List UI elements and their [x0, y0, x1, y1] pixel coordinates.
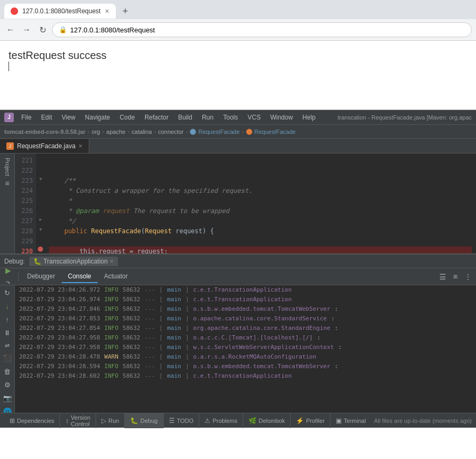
- code-line-222: [49, 166, 472, 176]
- wrap-icon[interactable]: ⇌: [3, 341, 11, 351]
- status-debug[interactable]: 🐛 Debug: [125, 413, 163, 428]
- debug-label: Debug:: [4, 258, 25, 265]
- editor-tab-requestfacade[interactable]: J RequestFacade.java ×: [0, 139, 89, 153]
- status-tab-run-label: Run: [108, 418, 119, 424]
- debug-session-tab[interactable]: 🐛 TranscationApplication ×: [29, 257, 118, 266]
- breadcrumb-class1[interactable]: RequestFacade: [198, 129, 240, 135]
- status-dependencies[interactable]: ⊞ Dependencies: [4, 413, 60, 428]
- more-tool[interactable]: ⋮: [462, 271, 474, 283]
- todo-icon: ☰: [169, 417, 175, 424]
- menu-tools[interactable]: Tools: [219, 113, 242, 122]
- menu-help[interactable]: Help: [298, 113, 320, 122]
- new-tab-button[interactable]: +: [118, 4, 133, 19]
- editor-tab-close[interactable]: ×: [79, 142, 82, 150]
- split-tool[interactable]: ⊞: [449, 271, 461, 283]
- menu-build[interactable]: Build: [174, 113, 197, 122]
- status-tab-dependencies-label: Dependencies: [17, 418, 54, 424]
- code-line-223: /**: [49, 176, 472, 186]
- code-editor[interactable]: 221 222 223 224 225 226 227 228 229 230 …: [15, 154, 476, 253]
- line-numbers: 221 222 223 224 225 226 227 228 229 230 …: [15, 154, 36, 253]
- browser-content: testRequest success: [0, 41, 476, 110]
- reload-button[interactable]: ↻: [36, 23, 49, 36]
- menu-run[interactable]: Run: [198, 113, 218, 122]
- console-tab[interactable]: Console: [62, 270, 98, 283]
- debug-session-close[interactable]: ×: [110, 258, 114, 265]
- status-tab-problems-label: Problems: [212, 418, 237, 424]
- web-icon[interactable]: 🌐: [2, 406, 13, 413]
- text-cursor: [8, 62, 9, 71]
- status-terminal[interactable]: ▣ Terminal: [330, 413, 366, 428]
- browser-tab[interactable]: 127.0.0.1:8080/testRequest ×: [4, 4, 116, 19]
- status-todo[interactable]: ☰ TODO: [164, 413, 200, 428]
- tab-bar: 127.0.0.1:8080/testRequest × +: [0, 0, 476, 19]
- editor-left-sidebar: Project ≡: [0, 154, 15, 253]
- project-sidebar-icon[interactable]: Project: [2, 156, 13, 178]
- menu-file[interactable]: File: [17, 113, 36, 122]
- log-line-9: 2022-07-29 23:04:28.602 INFO 58632 --- […: [15, 371, 476, 381]
- address-input[interactable]: 🔒 127.0.0.1:8080/testRequest: [52, 22, 472, 37]
- resume-button[interactable]: ▶: [2, 265, 14, 276]
- breadcrumb-connector[interactable]: connector: [158, 129, 183, 135]
- debug-session-icon: 🐛: [33, 258, 41, 265]
- log-line-1: 2022-07-29 23:04:26.974 INFO 58632 --- […: [15, 295, 476, 304]
- console-log-lines: 2022-07-29 23:04:26.972 INFO 58632 --- […: [15, 285, 476, 413]
- structure-icon[interactable]: ≡: [5, 179, 9, 188]
- status-run[interactable]: ▷ Run: [96, 413, 125, 428]
- reload-console-icon[interactable]: ↻: [3, 287, 12, 299]
- menu-refactor[interactable]: Refactor: [140, 113, 173, 122]
- debug-right-tools: ☰ ⊞ ⋮: [437, 271, 474, 283]
- code-line-228: public RequestFacade(Request request) {: [49, 226, 472, 236]
- debug-panel: Debug: 🐛 TranscationApplication × ▶ ↷ De…: [0, 253, 476, 413]
- forward-button[interactable]: →: [20, 23, 33, 36]
- code-line-229: [49, 236, 472, 246]
- code-text[interactable]: /** * Construct a wrapper for the specif…: [45, 154, 476, 253]
- camera-icon[interactable]: 📷: [2, 393, 13, 404]
- status-profiler[interactable]: ⚡ Profiler: [291, 413, 330, 428]
- log-line-8: 2022-07-29 23:04:28.594 INFO 58632 --- […: [15, 362, 476, 371]
- profiler-icon: ⚡: [296, 417, 304, 424]
- down-arrow-icon[interactable]: ↓: [4, 301, 11, 312]
- url-text: 127.0.0.1:8080/testRequest: [70, 26, 155, 34]
- editor-area: Project ≡ 221 222 223 224 225 226 227 22…: [0, 154, 476, 253]
- menu-code[interactable]: Code: [115, 113, 139, 122]
- menu-window[interactable]: Window: [266, 113, 298, 122]
- menu-view[interactable]: View: [57, 113, 80, 122]
- breadcrumb-catalina[interactable]: catalina: [132, 129, 152, 135]
- editor-tabs: J RequestFacade.java ×: [0, 139, 476, 154]
- clear-icon[interactable]: 🗑: [2, 366, 12, 377]
- status-version-control[interactable]: ↕ Version Control: [60, 413, 96, 428]
- code-line-225: *: [49, 196, 472, 206]
- menu-edit[interactable]: Edit: [37, 113, 56, 122]
- breadcrumb-jar[interactable]: tomcat-embed-core-9.0.58.jar: [4, 129, 86, 135]
- svg-point-0: [12, 8, 17, 14]
- page-success-text: testRequest success: [8, 49, 468, 62]
- status-tab-todo-label: TODO: [177, 418, 194, 424]
- breadcrumb-apache[interactable]: apache: [106, 129, 125, 135]
- log-line-2: 2022-07-29 23:04:27.846 INFO 58632 --- […: [15, 304, 476, 314]
- tab-close-button[interactable]: ×: [105, 7, 109, 15]
- pause-icon[interactable]: ⏸: [2, 327, 12, 338]
- debugger-tab[interactable]: Debugger: [21, 270, 62, 283]
- settings-tool[interactable]: ☰: [437, 271, 448, 283]
- debug-status-icon: 🐛: [130, 417, 138, 424]
- breadcrumb-class2[interactable]: RequestFacade: [254, 129, 296, 135]
- breadcrumb-org[interactable]: org: [92, 129, 100, 135]
- status-info-text: All files are up-to-date (moments ago): [366, 418, 472, 424]
- actuator-tab[interactable]: Actuator: [98, 270, 134, 283]
- status-problems[interactable]: ⚠ Problems: [199, 413, 243, 428]
- delombok-icon: 🌿: [249, 417, 257, 424]
- debug-toolbar: ▶ ↷ Debugger Console Actuator ☰ ⊞ ⋮: [0, 268, 476, 285]
- menu-vcs[interactable]: VCS: [243, 113, 265, 122]
- browser-chrome: 127.0.0.1:8080/testRequest × + ← → ↻ 🔒 1…: [0, 0, 476, 41]
- up-arrow-icon[interactable]: ↑: [4, 314, 11, 325]
- status-tabs: ⊞ Dependencies ↕ Version Control ▷ Run 🐛…: [4, 413, 366, 428]
- settings-console-icon[interactable]: ⚙: [3, 379, 12, 390]
- ide-app-icon[interactable]: J: [4, 113, 14, 122]
- console-left-bar: ↻ ↓ ↑ ⏸ ⇌ ⬛ 🗑 ⚙ 📷 🌐 ⚙: [0, 285, 15, 413]
- stop-icon[interactable]: ⬛: [2, 353, 13, 364]
- back-button[interactable]: ←: [4, 23, 17, 36]
- menu-navigate[interactable]: Navigate: [81, 113, 114, 122]
- editor-tab-name: RequestFacade.java: [17, 142, 75, 150]
- toolbar-divider: [18, 273, 19, 281]
- status-delombok[interactable]: 🌿 Delombok: [243, 413, 291, 428]
